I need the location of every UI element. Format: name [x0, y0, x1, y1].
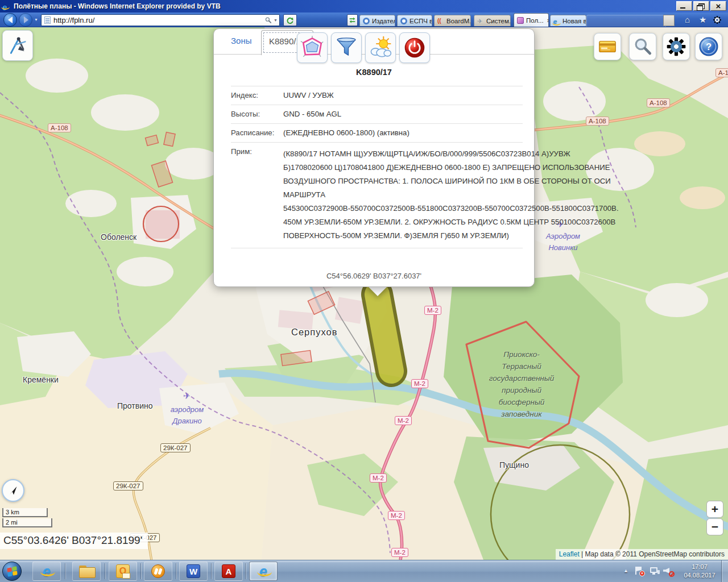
zoom-out-button[interactable]: −	[706, 518, 723, 535]
road-shield-29k027: 29К-027	[113, 481, 143, 490]
tab-close-icon[interactable]: ×	[547, 17, 549, 24]
road-shield-m2: М-2	[370, 473, 387, 483]
adobe-reader-icon: A	[222, 564, 235, 578]
label-drakino: аэродром Дракино	[162, 404, 213, 427]
tab-boardmaps[interactable]: (( BoardM...	[434, 15, 471, 26]
zone-fields: Индекс: UUWV / УУВЖ Высоты: GND - 650м A…	[231, 86, 523, 248]
ie-logo-icon: e	[2, 2, 11, 11]
map-settings-button[interactable]	[663, 33, 690, 60]
power-off-icon	[403, 36, 427, 60]
folder-icon	[79, 566, 94, 577]
restore-button[interactable]	[693, 1, 709, 11]
volume-muted-icon[interactable]	[663, 566, 673, 576]
tools-gear-icon[interactable]	[713, 16, 721, 24]
road-shield-29k027: 29К-027	[160, 443, 191, 452]
help-icon: ?	[697, 35, 720, 58]
taskbar-outlook-button[interactable]: O	[109, 562, 137, 581]
weather-button[interactable]	[365, 32, 396, 63]
zone-info-popup: Зоны K8890/17	[213, 28, 535, 287]
ie-tab-icon: e	[553, 18, 560, 24]
leaflet-link[interactable]: Leaflet	[559, 550, 580, 558]
search-dropdown-icon[interactable]: ▼	[274, 18, 278, 22]
field-row: Индекс: UUWV / УУВЖ	[231, 86, 523, 105]
action-center-flag-icon[interactable]: ×	[634, 566, 644, 576]
window-titlebar[interactable]: e Полётные планы - Windows Internet Expl…	[0, 0, 728, 13]
compatibility-button[interactable]	[347, 14, 358, 26]
tab-flight-plans-active[interactable]: Пол... ×	[514, 13, 549, 27]
road-shield-a108: А-108	[48, 123, 71, 132]
taskbar-explorer-button[interactable]	[72, 562, 101, 581]
boardmaps-icon: ((	[437, 18, 444, 24]
road-shield-a108: А-108	[647, 98, 670, 107]
svg-text:?: ?	[706, 41, 712, 52]
taskbar: e O W A e ▲ ×	[0, 560, 728, 582]
road-shield-m2: М-2	[388, 511, 405, 520]
label-reserve: Приокско- Террасный государственный прир…	[465, 348, 578, 420]
close-button[interactable]	[710, 1, 726, 11]
refresh-button[interactable]	[283, 14, 297, 26]
road-shield-m2: М-2	[395, 416, 412, 425]
legend-card-button[interactable]	[594, 33, 621, 60]
draw-route-button[interactable]	[2, 30, 33, 61]
empty-tabstrip	[586, 15, 666, 27]
locate-button[interactable]	[2, 479, 24, 502]
word-icon: W	[187, 564, 200, 578]
home-icon[interactable]: ⌂	[685, 15, 690, 24]
taskbar-clock[interactable]: 17:07 04.08.2017	[677, 563, 722, 580]
tab-zones[interactable]: Зоны	[231, 36, 251, 45]
road-shield-m2: М-2	[424, 306, 441, 315]
tab-izdatel[interactable]: Издател...	[359, 15, 395, 26]
zoom-in-button[interactable]: +	[706, 501, 723, 518]
history-dropdown-icon[interactable]: ▼	[34, 18, 38, 22]
filter-button[interactable]	[331, 32, 362, 63]
address-bar[interactable]: ▼	[41, 14, 280, 26]
map-search-button[interactable]	[629, 33, 656, 60]
road-shield-m2: М-2	[411, 379, 428, 388]
start-button[interactable]	[2, 562, 22, 581]
zone-polygon-icon	[300, 36, 324, 60]
favorites-star-icon[interactable]: ★	[699, 15, 706, 25]
road-shield-m2: М-2	[391, 548, 408, 557]
drafting-compass-icon	[6, 34, 29, 57]
road-shield-a108: А-108	[586, 117, 609, 126]
search-icon[interactable]	[264, 16, 272, 24]
desktop: e Полётные планы - Windows Internet Expl…	[0, 0, 728, 582]
webapp-icon	[363, 18, 370, 24]
label-serpukhov: Серпухов	[291, 327, 337, 338]
ie-icon: e	[259, 564, 267, 578]
help-button[interactable]: ?	[695, 33, 722, 60]
zone-shape-button[interactable]	[297, 32, 328, 63]
search-icon	[632, 36, 653, 57]
taskbar-word-button[interactable]: W	[179, 562, 208, 581]
network-icon[interactable]	[650, 566, 660, 576]
show-desktop-button[interactable]	[721, 560, 728, 582]
taskbar-notes-button[interactable]	[144, 562, 172, 581]
fpln-icon	[517, 17, 524, 24]
ie-icon: e	[43, 564, 51, 578]
address-input[interactable]	[53, 16, 264, 24]
map-attribution: Leaflet | Map data © 2011 OpenStreetMap …	[556, 549, 728, 560]
taskbar-ie-button[interactable]: e	[32, 562, 61, 581]
filter-funnel-icon	[334, 36, 358, 60]
zone-corridor-selected[interactable]	[377, 294, 391, 371]
taskbar-ie-active-button[interactable]: e	[249, 562, 278, 581]
label-obolensk: Оболенск	[101, 232, 136, 242]
power-off-button[interactable]	[399, 32, 430, 63]
label-kremenki: Кремёнки	[23, 375, 59, 384]
forward-button[interactable]	[19, 13, 32, 27]
weather-icon	[369, 36, 392, 60]
show-hidden-icons-button[interactable]: ▲	[623, 568, 628, 573]
card-icon	[597, 36, 618, 57]
tab-list-button[interactable]	[663, 15, 675, 26]
outlook-icon: O	[116, 564, 130, 578]
tab-espch[interactable]: ЕСПЧ в...	[397, 15, 432, 26]
lotus-notes-icon	[151, 564, 165, 578]
tab-new[interactable]: e Новая в...	[550, 15, 586, 26]
back-button[interactable]	[3, 13, 17, 27]
label-protvino: Протвино	[117, 401, 153, 410]
tab-sistem[interactable]: ✈ Систем...	[474, 15, 511, 26]
zone-obolensk-circle[interactable]	[143, 206, 179, 242]
minimize-button[interactable]	[676, 1, 692, 11]
taskbar-adobe-button[interactable]: A	[214, 562, 243, 581]
webapp-icon	[400, 18, 407, 24]
